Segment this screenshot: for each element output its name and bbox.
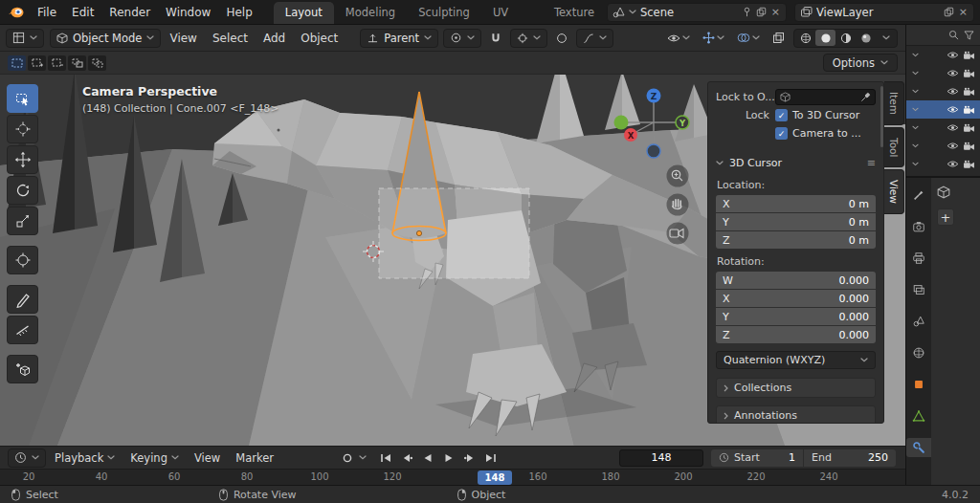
tool-rotate[interactable]	[7, 176, 38, 205]
tool-scale[interactable]	[7, 207, 38, 235]
outliner-row[interactable]	[906, 119, 980, 137]
blender-logo-icon[interactable]	[8, 4, 24, 20]
cursor-rotation-x[interactable]: X0.000	[716, 290, 876, 307]
eye-icon[interactable]	[947, 160, 959, 168]
shading-dropdown[interactable]	[876, 30, 896, 46]
workspace-tab-texture-paint[interactable]: Texture Paint	[543, 2, 607, 24]
camera-icon[interactable]	[963, 142, 975, 151]
properties-tab-render[interactable]	[909, 217, 928, 236]
menu-file[interactable]: File	[30, 6, 64, 19]
expand-icon[interactable]	[912, 125, 919, 130]
properties-tab-tool[interactable]	[909, 186, 928, 205]
workspace-tab-modeling[interactable]: Modeling	[334, 2, 407, 24]
options-dropdown[interactable]: Options	[823, 54, 898, 72]
tool-transform[interactable]	[7, 246, 38, 274]
menu-render[interactable]: Render	[101, 6, 158, 19]
properties-tab-output[interactable]	[909, 249, 928, 268]
sidebar-scrollbar[interactable]	[880, 86, 883, 147]
workspace-tab-sculpting[interactable]: Sculpting	[407, 2, 481, 24]
select-mode-intersect[interactable]	[88, 55, 106, 71]
expand-icon[interactable]	[912, 89, 919, 94]
cursor-location-y[interactable]: Y0 m	[716, 213, 876, 230]
camera-icon[interactable]	[963, 87, 975, 97]
camera-icon[interactable]	[963, 105, 975, 115]
search-icon[interactable]	[948, 30, 959, 40]
auto-keying-button[interactable]	[338, 449, 357, 467]
play-reverse-button[interactable]	[418, 449, 437, 467]
expand-icon[interactable]	[912, 143, 919, 148]
viewlayer-selector[interactable]: ViewLayer ×	[794, 3, 974, 22]
shading-wireframe-button[interactable]	[795, 30, 815, 46]
shading-rendered-button[interactable]	[856, 30, 876, 46]
menu-edit[interactable]: Edit	[64, 6, 101, 19]
properties-tab-world[interactable]	[909, 343, 928, 362]
expand-icon[interactable]	[912, 71, 919, 76]
eye-icon[interactable]	[947, 123, 959, 132]
add-modifier-button[interactable]: +	[937, 208, 954, 226]
cursor-rotation-w[interactable]: W0.000	[716, 272, 876, 289]
lock-3d-cursor-checkbox[interactable]: ✓ To 3D Cursor	[775, 109, 876, 121]
shading-solid-button[interactable]	[815, 30, 835, 46]
proportional-falloff-dropdown[interactable]	[576, 29, 613, 48]
outliner-row[interactable]	[906, 137, 980, 155]
eye-icon[interactable]	[947, 105, 959, 114]
sidebar-tab-view[interactable]: View	[884, 169, 904, 214]
mode-selector[interactable]: Object Mode	[50, 29, 161, 48]
sidebar-tab-tool[interactable]: Tool	[884, 127, 904, 167]
workspace-tab-layout[interactable]: Layout	[274, 2, 334, 24]
outliner-row[interactable]	[906, 155, 980, 173]
timeline-ruler[interactable]: 20 40 60 80 100 120 160 180 200 220 240 …	[0, 469, 905, 485]
sidebar-tab-item[interactable]: Item	[884, 81, 904, 125]
menu-window[interactable]: Window	[158, 6, 218, 19]
viewport-canvas[interactable]: Z Y X	[0, 75, 905, 446]
transform-orientation-dropdown[interactable]: Parent	[360, 29, 438, 48]
rotation-mode-dropdown[interactable]: Quaternion (WXYZ)	[716, 351, 876, 369]
properties-tab-scene[interactable]	[909, 312, 928, 331]
close-icon[interactable]: ×	[958, 7, 969, 17]
playhead[interactable]: 148	[478, 470, 512, 485]
menu-keying[interactable]: Keying	[123, 451, 186, 465]
outliner-row[interactable]	[906, 82, 980, 100]
select-mode-set[interactable]	[8, 55, 26, 71]
outliner-row[interactable]	[906, 46, 980, 64]
menu-timeline-view[interactable]: View	[188, 451, 227, 465]
menu-select[interactable]: Select	[206, 32, 255, 45]
filter-funnel-icon[interactable]	[964, 31, 974, 40]
show-overlays-toggle[interactable]	[733, 29, 764, 48]
tool-cursor[interactable]	[7, 115, 38, 143]
tool-select-box[interactable]	[7, 84, 38, 113]
frame-end-field[interactable]: End 250	[804, 449, 896, 467]
object-visibility-dropdown[interactable]	[663, 29, 694, 48]
menu-viewport-view[interactable]: View	[163, 32, 203, 45]
editor-type-button[interactable]	[6, 29, 44, 48]
frame-start-field[interactable]: Start 1	[711, 449, 803, 467]
camera-icon[interactable]	[963, 51, 975, 60]
scene-selector[interactable]: Scene ×	[607, 3, 787, 22]
workspace-tab-uv-editing[interactable]: UV Editing	[481, 2, 543, 24]
current-frame-field[interactable]: 148	[619, 449, 703, 467]
jump-to-end-button[interactable]	[481, 449, 501, 467]
menu-object[interactable]: Object	[294, 32, 345, 45]
tool-measure[interactable]	[7, 316, 38, 344]
xray-toggle[interactable]	[768, 29, 789, 48]
cursor-rotation-y[interactable]: Y0.000	[716, 308, 876, 325]
menu-playback[interactable]: Playback	[48, 451, 122, 465]
eyedropper-icon[interactable]	[860, 92, 871, 102]
shading-material-button[interactable]	[835, 30, 856, 46]
outliner-row[interactable]	[906, 64, 980, 82]
tool-move[interactable]	[7, 145, 38, 174]
camera-icon[interactable]	[963, 123, 975, 133]
next-keyframe-button[interactable]	[460, 449, 479, 467]
eye-icon[interactable]	[947, 51, 959, 59]
cursor-location-z[interactable]: Z0 m	[716, 231, 876, 249]
expand-icon[interactable]	[912, 107, 919, 112]
copy-icon[interactable]	[944, 7, 954, 17]
timeline-editor-type-button[interactable]	[8, 448, 46, 468]
pan-hand-button[interactable]	[667, 194, 689, 216]
cursor-rotation-z[interactable]: Z0.000	[716, 326, 876, 343]
tool-add-cube[interactable]	[7, 355, 38, 383]
panel-menu-icon[interactable]: ≡	[867, 157, 876, 169]
copy-icon[interactable]	[756, 7, 767, 17]
eye-icon[interactable]	[947, 69, 959, 77]
properties-tab-object[interactable]	[909, 375, 928, 394]
